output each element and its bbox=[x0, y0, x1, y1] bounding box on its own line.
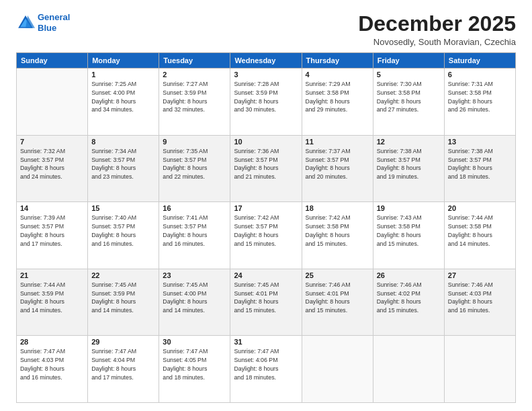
calendar-cell: 7Sunrise: 7:32 AM Sunset: 3:57 PM Daylig… bbox=[17, 135, 88, 202]
day-number: 20 bbox=[448, 204, 512, 212]
calendar-cell: 10Sunrise: 7:36 AM Sunset: 3:57 PM Dayli… bbox=[230, 135, 302, 202]
day-number: 13 bbox=[448, 138, 512, 146]
day-number: 10 bbox=[234, 138, 298, 146]
day-number: 19 bbox=[377, 204, 441, 212]
day-number: 25 bbox=[306, 271, 369, 279]
calendar-cell bbox=[17, 68, 88, 136]
calendar-cell: 13Sunrise: 7:38 AM Sunset: 3:57 PM Dayli… bbox=[444, 135, 515, 202]
logo-line1: General bbox=[38, 12, 70, 22]
calendar-cell: 24Sunrise: 7:45 AM Sunset: 4:01 PM Dayli… bbox=[230, 269, 302, 336]
cell-content: Sunrise: 7:42 AM Sunset: 3:58 PM Dayligh… bbox=[306, 214, 369, 248]
cell-content: Sunrise: 7:29 AM Sunset: 3:58 PM Dayligh… bbox=[306, 80, 369, 114]
calendar-cell: 11Sunrise: 7:37 AM Sunset: 3:57 PM Dayli… bbox=[302, 135, 373, 202]
calendar-cell: 17Sunrise: 7:42 AM Sunset: 3:57 PM Dayli… bbox=[230, 202, 302, 269]
calendar-cell: 18Sunrise: 7:42 AM Sunset: 3:58 PM Dayli… bbox=[302, 202, 373, 269]
cell-content: Sunrise: 7:37 AM Sunset: 3:57 PM Dayligh… bbox=[306, 147, 369, 181]
calendar-cell: 25Sunrise: 7:46 AM Sunset: 4:01 PM Dayli… bbox=[302, 269, 373, 336]
day-header-friday: Friday bbox=[373, 53, 444, 68]
day-number: 5 bbox=[377, 71, 441, 79]
cell-content: Sunrise: 7:44 AM Sunset: 3:58 PM Dayligh… bbox=[448, 214, 512, 248]
cell-content: Sunrise: 7:46 AM Sunset: 4:01 PM Dayligh… bbox=[306, 281, 369, 315]
day-number: 31 bbox=[234, 338, 298, 346]
day-number: 28 bbox=[20, 338, 84, 346]
calendar-cell: 30Sunrise: 7:47 AM Sunset: 4:05 PM Dayli… bbox=[159, 336, 230, 403]
calendar-cell: 23Sunrise: 7:45 AM Sunset: 4:00 PM Dayli… bbox=[159, 269, 230, 336]
calendar-cell: 21Sunrise: 7:44 AM Sunset: 3:59 PM Dayli… bbox=[17, 269, 88, 336]
calendar-week-row: 1Sunrise: 7:25 AM Sunset: 4:00 PM Daylig… bbox=[17, 68, 516, 136]
calendar-table: SundayMondayTuesdayWednesdayThursdayFrid… bbox=[16, 52, 516, 403]
svg-marker-2 bbox=[26, 15, 35, 28]
month-title: December 2025 bbox=[358, 12, 516, 36]
day-number: 23 bbox=[163, 271, 226, 279]
calendar-cell: 14Sunrise: 7:39 AM Sunset: 3:57 PM Dayli… bbox=[17, 202, 88, 269]
cell-content: Sunrise: 7:35 AM Sunset: 3:57 PM Dayligh… bbox=[163, 147, 226, 181]
day-number: 29 bbox=[91, 338, 155, 346]
day-header-wednesday: Wednesday bbox=[230, 53, 302, 68]
cell-content: Sunrise: 7:42 AM Sunset: 3:57 PM Dayligh… bbox=[234, 214, 298, 248]
cell-content: Sunrise: 7:28 AM Sunset: 3:59 PM Dayligh… bbox=[234, 80, 298, 114]
day-number: 26 bbox=[377, 271, 441, 279]
cell-content: Sunrise: 7:46 AM Sunset: 4:02 PM Dayligh… bbox=[377, 281, 441, 315]
calendar-cell: 29Sunrise: 7:47 AM Sunset: 4:04 PM Dayli… bbox=[88, 336, 159, 403]
header: General Blue December 2025 Novosedly, So… bbox=[16, 12, 516, 47]
day-number: 15 bbox=[91, 204, 155, 212]
day-header-thursday: Thursday bbox=[302, 53, 373, 68]
day-number: 3 bbox=[234, 71, 298, 79]
day-number: 4 bbox=[306, 71, 369, 79]
cell-content: Sunrise: 7:36 AM Sunset: 3:57 PM Dayligh… bbox=[234, 147, 298, 181]
calendar-cell: 5Sunrise: 7:30 AM Sunset: 3:58 PM Daylig… bbox=[373, 68, 444, 136]
calendar-cell: 20Sunrise: 7:44 AM Sunset: 3:58 PM Dayli… bbox=[444, 202, 515, 269]
day-number: 24 bbox=[234, 271, 298, 279]
cell-content: Sunrise: 7:38 AM Sunset: 3:57 PM Dayligh… bbox=[377, 147, 441, 181]
cell-content: Sunrise: 7:44 AM Sunset: 3:59 PM Dayligh… bbox=[20, 281, 84, 315]
calendar-cell: 4Sunrise: 7:29 AM Sunset: 3:58 PM Daylig… bbox=[302, 68, 373, 136]
day-number: 18 bbox=[306, 204, 369, 212]
calendar-cell: 16Sunrise: 7:41 AM Sunset: 3:57 PM Dayli… bbox=[159, 202, 230, 269]
day-number: 17 bbox=[234, 204, 298, 212]
calendar-cell: 28Sunrise: 7:47 AM Sunset: 4:03 PM Dayli… bbox=[17, 336, 88, 403]
cell-content: Sunrise: 7:45 AM Sunset: 4:00 PM Dayligh… bbox=[163, 281, 226, 315]
calendar-week-row: 21Sunrise: 7:44 AM Sunset: 3:59 PM Dayli… bbox=[17, 269, 516, 336]
day-header-sunday: Sunday bbox=[17, 53, 88, 68]
logo: General Blue bbox=[16, 12, 70, 33]
calendar-week-row: 7Sunrise: 7:32 AM Sunset: 3:57 PM Daylig… bbox=[17, 135, 516, 202]
day-header-tuesday: Tuesday bbox=[159, 53, 230, 68]
calendar-cell: 31Sunrise: 7:47 AM Sunset: 4:06 PM Dayli… bbox=[230, 336, 302, 403]
page: General Blue December 2025 Novosedly, So… bbox=[0, 0, 532, 411]
day-number: 22 bbox=[91, 271, 155, 279]
day-number: 6 bbox=[448, 71, 512, 79]
calendar-cell bbox=[302, 336, 373, 403]
cell-content: Sunrise: 7:38 AM Sunset: 3:57 PM Dayligh… bbox=[448, 147, 512, 181]
calendar-cell bbox=[373, 336, 444, 403]
day-header-saturday: Saturday bbox=[444, 53, 515, 68]
calendar-cell: 6Sunrise: 7:31 AM Sunset: 3:58 PM Daylig… bbox=[444, 68, 515, 136]
cell-content: Sunrise: 7:45 AM Sunset: 3:59 PM Dayligh… bbox=[91, 281, 155, 315]
logo-text: General Blue bbox=[38, 12, 70, 33]
cell-content: Sunrise: 7:30 AM Sunset: 3:58 PM Dayligh… bbox=[377, 80, 441, 114]
cell-content: Sunrise: 7:41 AM Sunset: 3:57 PM Dayligh… bbox=[163, 214, 226, 248]
cell-content: Sunrise: 7:43 AM Sunset: 3:58 PM Dayligh… bbox=[377, 214, 441, 248]
calendar-cell: 27Sunrise: 7:46 AM Sunset: 4:03 PM Dayli… bbox=[444, 269, 515, 336]
cell-content: Sunrise: 7:39 AM Sunset: 3:57 PM Dayligh… bbox=[20, 214, 84, 248]
day-number: 7 bbox=[20, 138, 84, 146]
day-number: 27 bbox=[448, 271, 512, 279]
calendar-cell: 9Sunrise: 7:35 AM Sunset: 3:57 PM Daylig… bbox=[159, 135, 230, 202]
cell-content: Sunrise: 7:34 AM Sunset: 3:57 PM Dayligh… bbox=[91, 147, 155, 181]
logo-line2: Blue bbox=[38, 23, 56, 33]
calendar-week-row: 28Sunrise: 7:47 AM Sunset: 4:03 PM Dayli… bbox=[17, 336, 516, 403]
day-number: 11 bbox=[306, 138, 369, 146]
cell-content: Sunrise: 7:47 AM Sunset: 4:04 PM Dayligh… bbox=[91, 347, 155, 381]
cell-content: Sunrise: 7:46 AM Sunset: 4:03 PM Dayligh… bbox=[448, 281, 512, 315]
calendar-cell: 3Sunrise: 7:28 AM Sunset: 3:59 PM Daylig… bbox=[230, 68, 302, 136]
calendar-cell: 26Sunrise: 7:46 AM Sunset: 4:02 PM Dayli… bbox=[373, 269, 444, 336]
calendar-week-row: 14Sunrise: 7:39 AM Sunset: 3:57 PM Dayli… bbox=[17, 202, 516, 269]
cell-content: Sunrise: 7:32 AM Sunset: 3:57 PM Dayligh… bbox=[20, 147, 84, 181]
calendar-cell: 15Sunrise: 7:40 AM Sunset: 3:57 PM Dayli… bbox=[88, 202, 159, 269]
cell-content: Sunrise: 7:25 AM Sunset: 4:00 PM Dayligh… bbox=[91, 80, 155, 114]
logo-icon bbox=[16, 13, 35, 32]
calendar-cell bbox=[444, 336, 515, 403]
title-block: December 2025 Novosedly, South Moravian,… bbox=[358, 12, 516, 47]
cell-content: Sunrise: 7:47 AM Sunset: 4:06 PM Dayligh… bbox=[234, 347, 298, 381]
calendar-cell: 2Sunrise: 7:27 AM Sunset: 3:59 PM Daylig… bbox=[159, 68, 230, 136]
day-number: 8 bbox=[91, 138, 155, 146]
